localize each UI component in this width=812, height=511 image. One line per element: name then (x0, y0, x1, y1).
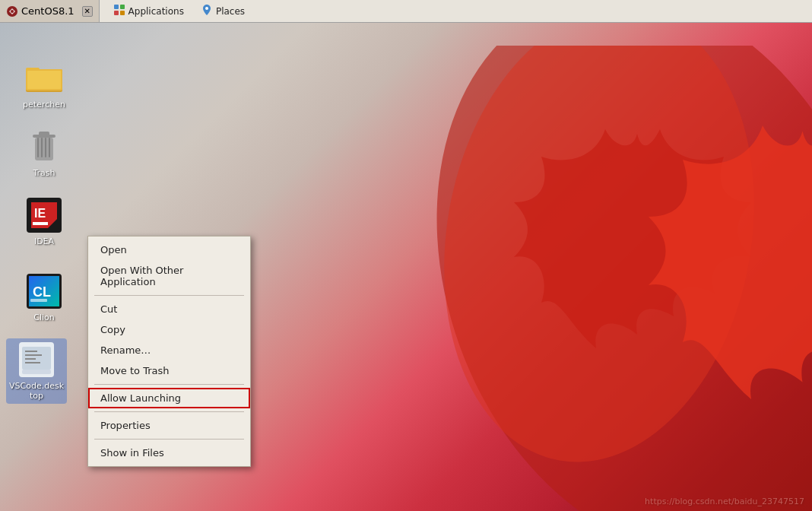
ctx-allow-launching-label: Allow Launching (100, 392, 181, 404)
ctx-open-with-label: Open With Other Application (100, 265, 183, 287)
separator-3 (94, 411, 244, 412)
separator-1 (94, 295, 244, 296)
taskbar: CentOS8.1 ✕ Applications (0, 0, 812, 23)
ctx-open-label: Open (100, 244, 127, 256)
ctx-open[interactable]: Open (88, 240, 250, 260)
svg-point-8 (410, 46, 788, 487)
places-label: Places (216, 6, 245, 17)
applications-icon (113, 4, 125, 18)
peterchen-label: peterchen (23, 100, 65, 110)
svg-rect-28 (30, 299, 47, 302)
ctx-copy-label: Copy (100, 324, 125, 335)
ctx-cut-label: Cut (100, 303, 117, 315)
folder-icon (26, 60, 62, 97)
svg-point-6 (205, 7, 208, 10)
trash-icon (26, 129, 62, 165)
svg-text:IE: IE (34, 207, 46, 220)
ctx-rename-label: Rename… (100, 344, 151, 356)
svg-point-7 (361, 46, 812, 511)
close-button[interactable]: ✕ (82, 6, 93, 17)
vscode-icon (18, 341, 55, 378)
places-menu[interactable]: Places (193, 2, 252, 20)
svg-point-1 (11, 10, 14, 13)
svg-text:CL: CL (33, 284, 51, 300)
svg-rect-16 (37, 138, 39, 157)
svg-rect-31 (22, 370, 51, 374)
watermark-text: https://blog.csdn.net/baidu_23747517 (645, 497, 804, 506)
ctx-allow-launching[interactable]: Allow Launching (88, 388, 250, 408)
svg-rect-19 (49, 138, 50, 157)
desktop-icon-vscode[interactable]: VSCode.desktop (6, 338, 67, 404)
separator-4 (94, 439, 244, 440)
places-icon (201, 4, 213, 18)
desktop-icon-peterchen[interactable]: peterchen (14, 57, 75, 113)
watermark: https://blog.csdn.net/baidu_23747517 (645, 497, 804, 506)
ctx-copy[interactable]: Copy (88, 319, 250, 340)
ctx-properties-label: Properties (100, 420, 151, 431)
ctx-properties[interactable]: Properties (88, 415, 250, 436)
close-icon: ✕ (84, 7, 90, 15)
svg-rect-22 (33, 222, 48, 225)
ctx-rename[interactable]: Rename… (88, 340, 250, 360)
ctx-open-with[interactable]: Open With Other Application (88, 260, 250, 292)
idea-icon: IE (26, 197, 62, 233)
ctx-show-in-files-label: Show in Files (100, 447, 164, 459)
centos-icon (6, 5, 18, 17)
window-title: CentOS8.1 (21, 5, 75, 17)
desktop-icon-idea[interactable]: IE IDEA (14, 194, 75, 249)
vscode-label: VSCode.desktop (9, 381, 64, 401)
applications-label: Applications (128, 6, 184, 17)
trash-label: Trash (33, 168, 55, 178)
svg-rect-2 (114, 5, 119, 9)
svg-rect-17 (41, 138, 43, 157)
ctx-show-in-files[interactable]: Show in Files (88, 443, 250, 463)
ctx-move-trash[interactable]: Move to Trash (88, 360, 250, 381)
separator-2 (94, 384, 244, 385)
ctx-cut[interactable]: Cut (88, 299, 250, 319)
menu-bar: Applications Places (100, 0, 252, 22)
idea-label: IDEA (34, 236, 54, 246)
ctx-move-trash-label: Move to Trash (100, 365, 170, 376)
desktop-icon-clion[interactable]: CL Clion (14, 270, 75, 325)
svg-rect-14 (39, 132, 49, 136)
applications-menu[interactable]: Applications (106, 2, 192, 20)
clion-icon: CL (26, 273, 62, 309)
svg-rect-3 (120, 5, 125, 9)
clion-label: Clion (33, 313, 55, 322)
svg-rect-18 (45, 138, 46, 157)
context-menu: Open Open With Other Application Cut Cop… (87, 236, 251, 467)
svg-rect-12 (27, 71, 61, 89)
desktop: CentOS8.1 ✕ Applications (0, 0, 812, 511)
desktop-icon-trash[interactable]: Trash (14, 125, 75, 181)
window-button[interactable]: CentOS8.1 ✕ (0, 0, 100, 22)
svg-rect-5 (120, 11, 125, 15)
svg-rect-4 (114, 11, 119, 15)
